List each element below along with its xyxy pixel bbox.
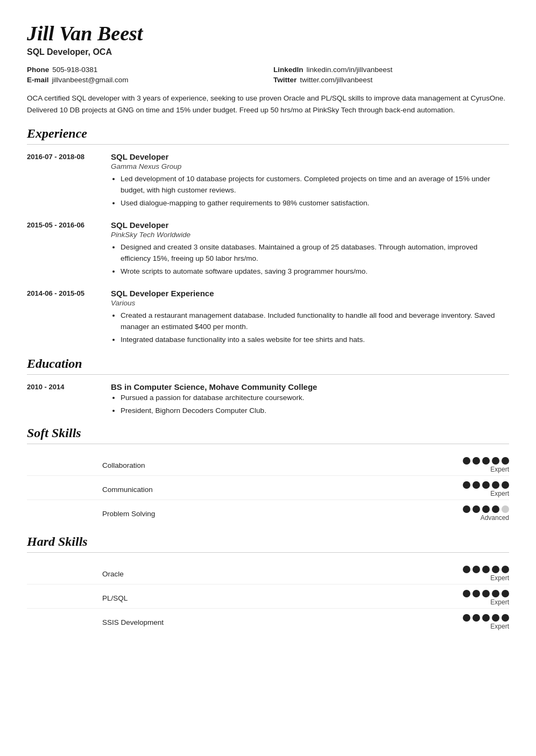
- experience-company: PinkSky Tech Worldwide: [111, 231, 509, 239]
- dot-filled: [492, 566, 499, 573]
- skill-dots: [463, 590, 509, 597]
- skill-row: CommunicationExpert: [27, 476, 509, 500]
- experience-item: 2015-05 - 2016-06SQL DeveloperPinkSky Te…: [27, 220, 509, 279]
- bullet-item: Led development of 10 database projects …: [121, 174, 509, 196]
- skill-level: Expert: [490, 574, 509, 582]
- email-field: E-mailjillvanbeest@gmail.com: [27, 76, 263, 84]
- skill-name: PL/SQL: [27, 594, 128, 602]
- dot-filled: [482, 590, 490, 597]
- education-details: BS in Computer Science, Mohave Community…: [111, 382, 509, 418]
- dot-filled: [463, 457, 470, 465]
- skill-dots: [463, 566, 509, 573]
- soft-skills-section-title: Soft Skills: [27, 426, 509, 440]
- experience-dates: 2016-07 - 2018-08: [27, 152, 102, 211]
- email-value: jillvanbeest@gmail.com: [52, 76, 129, 84]
- skill-row: PL/SQLExpert: [27, 584, 509, 609]
- hard-skills-container: OracleExpertPL/SQLExpertSSIS Development…: [27, 560, 509, 632]
- skill-row: OracleExpert: [27, 560, 509, 584]
- education-dates: 2010 - 2014: [27, 382, 102, 418]
- experience-section-title: Experience: [27, 126, 509, 141]
- education-item: 2010 - 2014BS in Computer Science, Mohav…: [27, 382, 509, 418]
- experience-bullets: Designed and created 3 onsite databases.…: [111, 242, 509, 277]
- dot-filled: [472, 590, 480, 597]
- twitter-value: twitter.com/jillvanbeest: [300, 76, 372, 84]
- education-degree: BS in Computer Science, Mohave Community…: [111, 382, 509, 391]
- soft-skills-divider: [27, 444, 509, 444]
- skill-level: Advanced: [481, 514, 509, 522]
- experience-company: Gamma Nexus Group: [111, 162, 509, 170]
- experience-details: SQL DeveloperGamma Nexus GroupLed develo…: [111, 152, 509, 211]
- experience-job-title: SQL Developer Experience: [111, 289, 509, 298]
- dot-empty: [502, 505, 509, 513]
- experience-dates: 2015-05 - 2016-06: [27, 220, 102, 279]
- experience-item: 2014-06 - 2015-05SQL Developer Experienc…: [27, 289, 509, 347]
- dot-filled: [492, 590, 499, 597]
- dot-filled: [502, 457, 509, 465]
- experience-divider: [27, 144, 509, 145]
- experience-dates: 2014-06 - 2015-05: [27, 289, 102, 347]
- skill-row: CollaborationExpert: [27, 452, 509, 476]
- skill-dots: [463, 505, 509, 513]
- skill-rating: Expert: [463, 566, 509, 582]
- contact-grid: Phone505-918-0381 LinkedInlinkedin.com/i…: [27, 66, 509, 84]
- dot-filled: [492, 457, 499, 465]
- skill-name: SSIS Development: [27, 618, 164, 626]
- skill-name: Collaboration: [27, 461, 145, 469]
- skill-level: Expert: [490, 490, 509, 497]
- skill-name: Problem Solving: [27, 510, 155, 518]
- skill-dots: [463, 457, 509, 465]
- hard-skills-section-title: Hard Skills: [27, 534, 509, 549]
- job-title: SQL Developer, OCA: [27, 47, 509, 57]
- dot-filled: [492, 481, 499, 489]
- summary: OCA certified SQL developer with 3 years…: [27, 92, 509, 116]
- phone-value: 505-918-0381: [52, 66, 97, 74]
- bullet-item: Created a restaurant management database…: [121, 310, 509, 333]
- bullet-item: President, Bighorn Decoders Computer Clu…: [121, 405, 509, 417]
- skill-rating: Expert: [463, 481, 509, 497]
- dot-filled: [463, 566, 470, 573]
- linkedin-field: LinkedInlinkedin.com/in/jillvanbeest: [273, 66, 509, 74]
- dot-filled: [482, 505, 490, 513]
- skill-rating: Advanced: [463, 505, 509, 522]
- dot-filled: [472, 457, 480, 465]
- skill-name: Communication: [27, 486, 153, 494]
- hard-skills-divider: [27, 552, 509, 553]
- skill-level: Expert: [490, 466, 509, 473]
- dot-filled: [502, 566, 509, 573]
- bullet-item: Designed and created 3 onsite databases.…: [121, 242, 509, 265]
- experience-company: Various: [111, 299, 509, 307]
- bullet-item: Used dialogue-mapping to gather requirem…: [121, 198, 509, 209]
- experience-details: SQL Developer ExperienceVariousCreated a…: [111, 289, 509, 347]
- education-bullets: Pursued a passion for database architect…: [111, 393, 509, 417]
- skill-level: Expert: [490, 623, 509, 630]
- skill-rating: Expert: [463, 590, 509, 606]
- skill-name: Oracle: [27, 570, 124, 578]
- dot-filled: [482, 566, 490, 573]
- dot-filled: [472, 481, 480, 489]
- dot-filled: [492, 505, 499, 513]
- skill-rating: Expert: [463, 457, 509, 473]
- skill-row: SSIS DevelopmentExpert: [27, 609, 509, 632]
- twitter-field: Twittertwitter.com/jillvanbeest: [273, 76, 509, 84]
- skill-row: Problem SolvingAdvanced: [27, 500, 509, 524]
- experience-container: 2016-07 - 2018-08SQL DeveloperGamma Nexu…: [27, 152, 509, 347]
- dot-filled: [502, 614, 509, 622]
- dot-filled: [463, 614, 470, 622]
- dot-filled: [463, 481, 470, 489]
- experience-job-title: SQL Developer: [111, 220, 509, 230]
- dot-filled: [482, 457, 490, 465]
- education-container: 2010 - 2014BS in Computer Science, Mohav…: [27, 382, 509, 418]
- dot-filled: [472, 505, 480, 513]
- experience-bullets: Created a restaurant management database…: [111, 310, 509, 346]
- dot-filled: [472, 566, 480, 573]
- dot-filled: [463, 505, 470, 513]
- experience-item: 2016-07 - 2018-08SQL DeveloperGamma Nexu…: [27, 152, 509, 211]
- dot-filled: [482, 481, 490, 489]
- bullet-item: Integrated database functionality into a…: [121, 334, 509, 346]
- dot-filled: [502, 481, 509, 489]
- skill-dots: [463, 481, 509, 489]
- dot-filled: [492, 614, 499, 622]
- dot-filled: [482, 614, 490, 622]
- soft-skills-container: CollaborationExpertCommunicationExpertPr…: [27, 452, 509, 524]
- skill-dots: [463, 614, 509, 622]
